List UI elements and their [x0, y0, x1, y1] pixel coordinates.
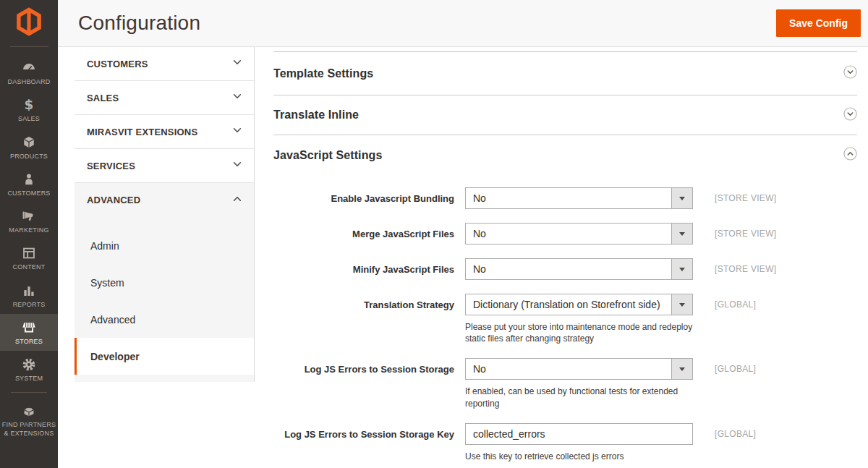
sidebar-item-label: DASHBOARD	[1, 78, 56, 86]
sidebar-item-label: SALES	[1, 115, 56, 123]
section-title: Template Settings	[273, 67, 373, 80]
field-label: Enable Javascript Bundling	[273, 187, 454, 205]
sidebar-divider	[11, 392, 47, 393]
section-translate-inline[interactable]: Translate Inline	[273, 95, 857, 135]
sidebar-item-label: SYSTEM	[1, 375, 56, 383]
field-label: Translation Strategy	[273, 294, 454, 311]
sidebar-item-sales[interactable]: $ SALES	[0, 91, 58, 128]
sidebar-item-content[interactable]: CONTENT	[0, 239, 58, 276]
config-section-mirasvit-extensions[interactable]: MIRASVIT EXTENSIONS	[75, 115, 254, 149]
system-icon	[1, 357, 56, 373]
select-value: Dictionary (Translation on Storefront si…	[466, 294, 663, 315]
field-label: Minify JavaScript Files	[273, 258, 454, 276]
config-subitem-label: Admin	[90, 240, 119, 252]
config-subitem-system[interactable]: System	[75, 264, 254, 301]
select-arrow-icon[interactable]	[671, 259, 692, 279]
config-section-advanced[interactable]: ADVANCED	[75, 183, 254, 217]
field-log-js-errors-to-session-storage: Log JS Errors to Session Storage No If e…	[273, 358, 857, 409]
content-icon	[1, 245, 56, 261]
magento-admin-app: DASHBOARD $ SALES PRODUCTS CUSTOMERS	[0, 0, 868, 468]
javascript-settings-form: Enable Javascript Bundling No [STORE VIE…	[273, 175, 857, 462]
sidebar-item-marketing[interactable]: MARKETING	[0, 203, 58, 239]
field-translation-strategy: Translation Strategy Dictionary (Transla…	[273, 294, 857, 344]
log-js-errors-select[interactable]: No	[465, 358, 693, 380]
select-value: No	[466, 259, 489, 279]
chevron-down-icon	[232, 159, 242, 172]
config-section-sales[interactable]: SALES	[75, 81, 254, 115]
section-javascript-settings[interactable]: JavaScript Settings	[273, 135, 857, 175]
sidebar-item-label: REPORTS	[1, 301, 56, 309]
config-section-services[interactable]: SERVICES	[75, 149, 254, 183]
sidebar-item-label: FIND PARTNERS & EXTENSIONS	[1, 421, 56, 438]
magento-logo[interactable]	[0, 0, 58, 46]
field-label: Log JS Errors to Session Storage	[273, 358, 454, 375]
magento-logo-icon	[13, 6, 45, 41]
sidebar-item-label: CUSTOMERS	[1, 190, 56, 197]
config-subitem-admin[interactable]: Admin	[75, 227, 254, 264]
select-arrow-icon[interactable]	[671, 294, 692, 315]
select-value: No	[466, 359, 489, 379]
config-section-label: ADVANCED	[87, 195, 140, 205]
enable-javascript-bundling-select[interactable]: No	[465, 187, 693, 209]
sidebar-item-label: CONTENT	[1, 263, 56, 271]
reports-icon	[1, 283, 56, 299]
main-nav: DASHBOARD $ SALES PRODUCTS CUSTOMERS	[0, 47, 58, 443]
config-subitem-label: System	[90, 277, 124, 289]
find-partners-icon	[1, 403, 56, 419]
sidebar-item-find-partners[interactable]: FIND PARTNERS & EXTENSIONS	[0, 397, 58, 443]
config-section-customers[interactable]: CUSTOMERS	[75, 47, 254, 81]
section-title: JavaScript Settings	[273, 149, 382, 162]
chevron-down-icon	[232, 125, 242, 138]
chevron-up-icon	[232, 194, 242, 207]
customers-icon	[1, 171, 56, 187]
config-subitem-label: Developer	[90, 351, 140, 362]
config-section-label: CUSTOMERS	[87, 59, 148, 69]
select-value: No	[466, 224, 489, 244]
collapse-chevron-up-icon[interactable]	[843, 147, 857, 163]
select-arrow-icon[interactable]	[671, 188, 692, 208]
merge-javascript-files-select[interactable]: No	[465, 223, 693, 244]
sidebar-item-stores[interactable]: STORES	[0, 314, 58, 351]
chevron-down-icon	[232, 91, 242, 104]
field-enable-javascript-bundling: Enable Javascript Bundling No [STORE VIE…	[273, 187, 857, 209]
page-title: Configuration	[78, 12, 200, 35]
collapse-chevron-down-icon[interactable]	[843, 107, 857, 124]
sidebar-item-system[interactable]: SYSTEM	[0, 351, 58, 388]
scope-label: [STORE VIEW]	[715, 223, 776, 239]
stores-icon	[1, 320, 56, 336]
sidebar-item-reports[interactable]: REPORTS	[0, 277, 58, 314]
sales-icon: $	[1, 97, 56, 113]
config-subitem-developer[interactable]: Developer	[75, 338, 254, 375]
field-note: Use this key to retrieve collected js er…	[465, 451, 693, 462]
field-label: Merge JavaScript Files	[273, 223, 454, 240]
scope-label: [STORE VIEW]	[715, 258, 776, 274]
sidebar-item-label: MARKETING	[1, 226, 56, 234]
products-icon	[1, 135, 56, 150]
sidebar-item-customers[interactable]: CUSTOMERS	[0, 166, 58, 203]
session-storage-key-input[interactable]	[465, 423, 693, 445]
field-note: Please put your store into maintenance m…	[465, 321, 693, 344]
marketing-icon	[1, 208, 56, 224]
config-section-label: SERVICES	[87, 161, 135, 171]
select-arrow-icon[interactable]	[671, 224, 692, 244]
scope-label: [GLOBAL]	[715, 358, 756, 374]
dashboard-icon	[1, 60, 56, 76]
select-arrow-icon[interactable]	[671, 359, 692, 379]
config-subitem-advanced[interactable]: Advanced	[75, 301, 254, 338]
config-section-label: SALES	[87, 93, 119, 103]
translation-strategy-select[interactable]: Dictionary (Translation on Storefront si…	[465, 294, 693, 315]
collapse-chevron-down-icon[interactable]	[843, 65, 857, 82]
sidebar-item-dashboard[interactable]: DASHBOARD	[0, 54, 58, 91]
select-value: No	[466, 188, 489, 208]
config-section-label: MIRASVIT EXTENSIONS	[87, 127, 197, 137]
main-sidebar: DASHBOARD $ SALES PRODUCTS CUSTOMERS	[0, 0, 58, 468]
minify-javascript-files-select[interactable]: No	[465, 258, 693, 280]
config-subitem-label: Advanced	[90, 314, 135, 326]
scope-label: [STORE VIEW]	[715, 187, 776, 203]
configuration-nav: CUSTOMERS SALES MIRASVIT EXTENSIONS SERV…	[75, 47, 255, 382]
section-template-settings[interactable]: Template Settings	[273, 52, 857, 95]
sidebar-item-label: STORES	[1, 338, 56, 346]
svg-text:$: $	[25, 97, 34, 112]
save-config-button[interactable]: Save Config	[776, 9, 861, 37]
sidebar-item-products[interactable]: PRODUCTS	[0, 129, 58, 166]
